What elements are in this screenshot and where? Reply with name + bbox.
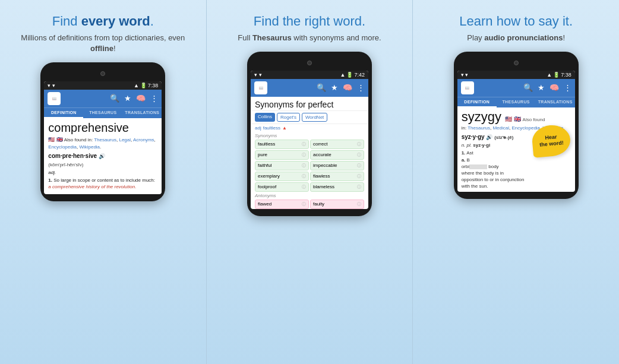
toolbar-icons-1[interactable]: 🔍 ★ 🧠 ⋮ [110,94,158,103]
ant-flawed[interactable]: flawed ⓘ [255,200,309,209]
antonyms-label: Antonyms [251,192,368,200]
info-icon-6[interactable]: ⓘ [357,163,361,169]
brain-icon-3[interactable]: 🧠 [549,83,559,92]
thesaurus-subtitle: adj faultless ▲ [251,124,368,132]
ipa-1: (kŏm'prĭ-hĕn'sĭv) [48,162,157,168]
thesaurus-header: Synonyms for perfect [251,97,368,111]
toolbar-icons-3[interactable]: 🔍 ★ 🧠 ⋮ [523,83,571,92]
star-icon-2[interactable]: ★ [331,83,338,92]
more-icon[interactable]: ⋮ [150,94,158,103]
syn-flawless[interactable]: flawless ⓘ [310,172,364,181]
brain-icon-2[interactable]: 🧠 [343,83,352,92]
panel-2-subtitle: Full Thesaurus with synonyms and more. [238,33,381,43]
phone-1: ▾ ▾ ▲ 🔋 7:38 📖 🔍 ★ 🧠 ⋮ [40,62,165,201]
phone-screen-1: ▾ ▾ ▲ 🔋 7:38 📖 🔍 ★ 🧠 ⋮ [44,81,162,194]
tab-translations-1[interactable]: TRANSLATIONS [122,108,162,118]
phone-camera-1 [100,71,105,76]
syn-correct[interactable]: correct ⓘ [310,140,364,149]
panel-1-title: Find every word. [52,13,154,30]
tab-collins[interactable]: Collins [255,113,275,122]
synonyms-label: Synonyms [251,132,368,140]
dict-content-3: syzygy 🇺🇸 🇬🇧 Also found in: Thesaurus, M… [457,107,575,192]
dict-content-1: comprehensive 🇺🇸 🇬🇧 Also found in: Thesa… [44,118,162,194]
tab-rogets[interactable]: Roget's [277,113,300,122]
main-word-1: comprehensive [48,121,157,135]
tab-definition-1[interactable]: DEFINITION [44,108,83,118]
synonyms-grid: faultless ⓘ correct ⓘ pure ⓘ accurate ⓘ … [251,140,368,192]
ant-faulty[interactable]: faulty ⓘ [310,200,364,209]
app-logo-2: 📖 [254,81,267,94]
syn-impeccable[interactable]: impeccable ⓘ [310,161,364,170]
pronunciation-1: com·pre·hen·sive 🔊 [48,152,157,160]
phone-camera-2 [307,61,312,65]
phone-screen-3: ▾ ▾ ▲ 🔋 7:38 📖 🔍 ★ 🧠 ⋮ DEF [457,71,575,192]
info-icon-2[interactable]: ⓘ [357,141,361,147]
tab-thesaurus-3[interactable]: THESAURUS [497,97,536,107]
phone-2: ▾ ▾ ▲ 🔋 7:42 📖 🔍 ★ 🧠 ⋮ Synonyms for [247,52,372,216]
tab-thesaurus-1[interactable]: THESAURUS [83,108,122,118]
syn-accurate[interactable]: accurate ⓘ [310,150,364,160]
panel-1-subtitle: Millions of definitions from top diction… [11,33,195,54]
phone-top-bar-3 [457,58,575,68]
search-icon-3[interactable]: 🔍 [523,83,533,92]
app-toolbar-1: 📖 🔍 ★ 🧠 ⋮ [44,90,162,107]
app-logo-3: 📖 [461,81,474,94]
more-icon-2[interactable]: ⋮ [357,83,365,92]
app-toolbar-2: 📖 🔍 ★ 🧠 ⋮ [251,79,368,97]
panel-find-every-word: Find every word. Millions of definitions… [0,0,206,364]
phone-3: ▾ ▾ ▲ 🔋 7:38 📖 🔍 ★ 🧠 ⋮ DEF [454,52,579,200]
info-icon-11[interactable]: ⓘ [302,201,306,207]
syn-faultless[interactable]: faultless ⓘ [255,140,309,149]
phone-top-bar-1 [44,68,162,79]
brain-icon[interactable]: 🧠 [136,94,146,103]
syn-foolproof[interactable]: foolproof ⓘ [255,182,309,192]
pos-1: adj. [48,169,157,176]
main-word-3: syzygy 🇺🇸 🇬🇧 Also found [462,110,571,124]
app-tabs-3: DEFINITION THESAURUS TRANSLATIONS [457,97,575,107]
tab-definition-3[interactable]: DEFINITION [457,97,497,107]
tab-wordnet[interactable]: WordNet [302,113,327,122]
tab-translations-3[interactable]: TRANSLATIONS [536,97,575,107]
panel-learn-say-it: Learn how to say it. Play audio pronunci… [413,0,619,364]
also-found-1: 🇺🇸 🇬🇧 Also found in: Thesaurus, Legal, A… [48,136,157,150]
antonyms-grid: flawed ⓘ faulty ⓘ [251,200,368,209]
panel-2-title: Find the right word. [254,13,365,30]
search-icon-2[interactable]: 🔍 [317,83,326,92]
search-icon[interactable]: 🔍 [110,94,119,103]
info-icon-4[interactable]: ⓘ [357,152,361,158]
star-icon-3[interactable]: ★ [538,83,545,92]
more-icon-3[interactable]: ⋮ [564,83,571,92]
syn-pure[interactable]: pure ⓘ [255,150,309,160]
info-icon-10[interactable]: ⓘ [357,184,361,190]
info-icon-7[interactable]: ⓘ [302,173,306,179]
speaker-icon-1[interactable]: 🔊 [99,153,105,159]
syn-faithful[interactable]: faithful ⓘ [255,161,309,170]
phone-top-bar-2 [251,58,368,68]
syn-exemplary[interactable]: exemplary ⓘ [255,172,309,181]
app-toolbar-3: 📖 🔍 ★ 🧠 ⋮ [457,79,575,97]
info-icon-12[interactable]: ⓘ [357,201,361,207]
panel-3-subtitle: Play audio pronunciations! [467,33,565,43]
panel-find-right-word: Find the right word. Full Thesaurus with… [206,0,413,364]
info-icon-5[interactable]: ⓘ [302,163,306,169]
phone-camera-3 [514,61,519,65]
info-icon-8[interactable]: ⓘ [357,173,361,179]
star-icon[interactable]: ★ [124,94,131,103]
info-icon-3[interactable]: ⓘ [302,152,306,158]
app-logo-1: 📖 [48,92,61,105]
definition-1: 1. So large in scope or content as to in… [48,177,157,190]
phone-screen-2: ▾ ▾ ▲ 🔋 7:42 📖 🔍 ★ 🧠 ⋮ Synonyms for [251,71,368,209]
toolbar-icons-2[interactable]: 🔍 ★ 🧠 ⋮ [317,83,365,92]
info-icon-9[interactable]: ⓘ [302,184,306,190]
status-bar-2: ▾ ▾ ▲ 🔋 7:42 [251,71,368,79]
speaker-icon-3[interactable]: 🔊 [486,134,492,140]
status-bar-1: ▾ ▾ ▲ 🔋 7:38 [44,81,162,90]
info-icon-1[interactable]: ⓘ [302,141,306,147]
source-tabs: Collins Roget's WordNet [251,111,368,124]
status-bar-3: ▾ ▾ ▲ 🔋 7:38 [457,71,575,79]
syn-blameless[interactable]: blameless ⓘ [310,182,364,192]
app-tabs-1: DEFINITION THESAURUS TRANSLATIONS [44,107,162,118]
panel-3-title: Learn how to say it. [459,13,573,30]
